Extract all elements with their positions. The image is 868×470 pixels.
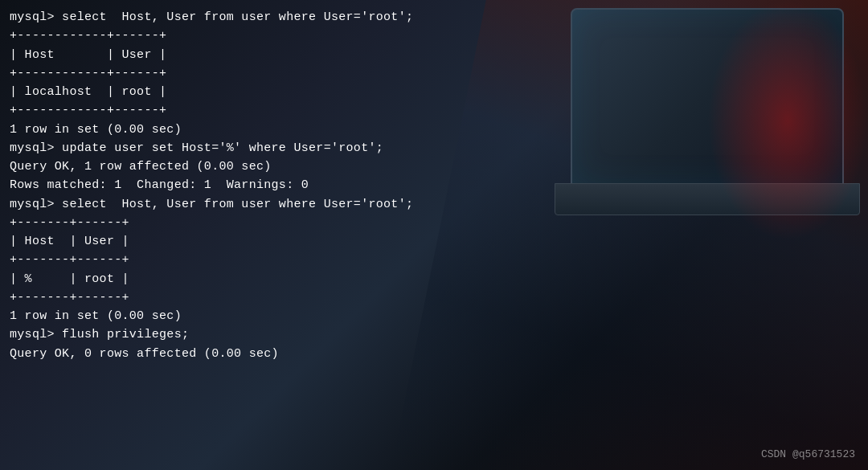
terminal-line: mysql> update user set Host='%' where Us… bbox=[10, 139, 858, 157]
terminal-output: mysql> select Host, User from user where… bbox=[0, 0, 868, 470]
terminal-line: Rows matched: 1 Changed: 1 Warnings: 0 bbox=[10, 176, 858, 194]
terminal-line: | % | root | bbox=[10, 270, 858, 288]
terminal-line: | Host | User | bbox=[10, 232, 858, 251]
terminal-line: +-------+------+ bbox=[10, 251, 858, 269]
terminal-line: +------------+------+ bbox=[10, 101, 858, 120]
terminal-line: Query OK, 0 rows affected (0.00 sec) bbox=[10, 345, 858, 363]
terminal-line: +------------+------+ bbox=[10, 27, 858, 45]
terminal-line: +-------+------+ bbox=[10, 288, 858, 307]
terminal-line: mysql> flush privileges; bbox=[10, 325, 858, 344]
terminal-line: | localhost | root | bbox=[10, 83, 858, 101]
terminal-line: 1 row in set (0.00 sec) bbox=[10, 121, 858, 139]
watermark: CSDN @q56731523 bbox=[761, 448, 855, 460]
terminal-line: +------------+------+ bbox=[10, 64, 858, 83]
terminal-line: +-------+------+ bbox=[10, 214, 858, 232]
terminal-line: Query OK, 1 row affected (0.00 sec) bbox=[10, 157, 858, 176]
terminal-line: mysql> select Host, User from user where… bbox=[10, 8, 858, 27]
terminal-line: 1 row in set (0.00 sec) bbox=[10, 307, 858, 325]
terminal-line: mysql> select Host, User from user where… bbox=[10, 195, 858, 214]
terminal-line: | Host | User | bbox=[10, 46, 858, 64]
